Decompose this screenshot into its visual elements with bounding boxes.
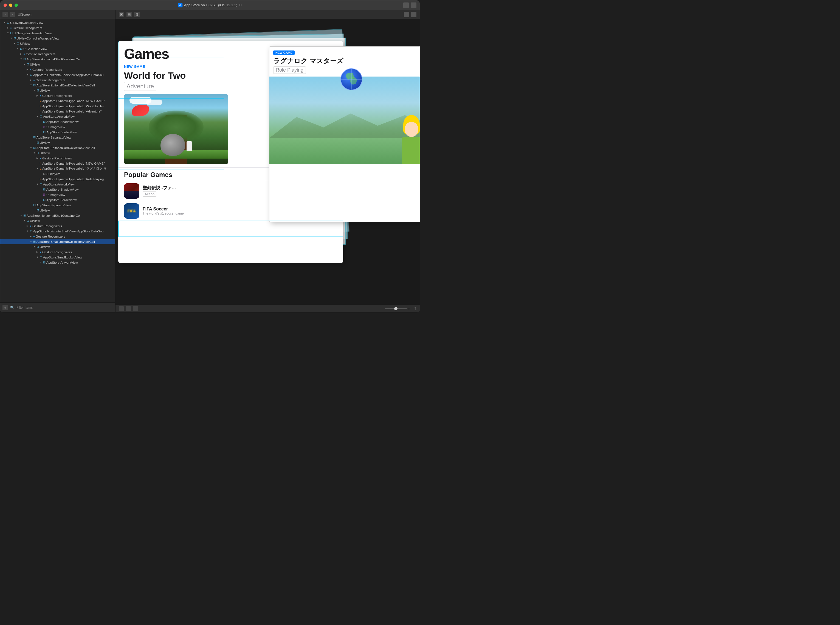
filter-input[interactable]	[17, 306, 113, 309]
tree-item-17[interactable]: ▶ L AppStore.DynamicTypeLabel: "World fo…	[0, 103, 115, 109]
tree-item-6[interactable]: ▼ ⊡ UICollectionView	[0, 46, 115, 51]
tree-item-12[interactable]: ▶ ● Gesture Recognizers	[0, 78, 115, 82]
tree-item-25[interactable]: ▼ ⊡ AppStore.EditorialCardCollectionView…	[0, 145, 115, 150]
export-icon[interactable]: ⤵	[415, 306, 416, 311]
sidebar-tree[interactable]: ▼ ⊡ UILayoutContainerView ▶ ● Gesture Re…	[0, 19, 115, 302]
tree-item-40[interactable]: ▶ ● Gesture Recognizers	[0, 223, 115, 229]
tree-item-33[interactable]: ▶ ⊡ AppStore.ShadowView	[0, 187, 115, 192]
tree-item-31[interactable]: ▶ L AppStore.DynamicTypeLabel: "Role Pla…	[0, 176, 115, 182]
tree-label: UIImageView	[47, 125, 65, 129]
tree-label: UICollectionView	[23, 47, 47, 50]
tree-item-30[interactable]: ▶ ⊡ Sublayers	[0, 171, 115, 176]
tree-item-21[interactable]: ▶ ☑ UIImageView	[0, 124, 115, 129]
tree-item-19[interactable]: ▼ ⊡ AppStore.ArtworkView	[0, 114, 115, 119]
tree-item-5[interactable]: ▼ ⊡ UIView	[0, 41, 115, 46]
tree-item-35[interactable]: ▶ ⊡ AppStore.BorderView	[0, 197, 115, 202]
tree-label: AppStore.BorderView	[47, 198, 76, 202]
titlebar: A App Store on HG-SE (iOS 12.1.1) ↻	[0, 0, 420, 10]
panel-toggle-1[interactable]	[404, 12, 409, 17]
zoom-minus-icon[interactable]: −	[382, 306, 384, 311]
tree-item-1[interactable]: ▼ ⊡ UILayoutContainerView	[0, 20, 115, 25]
tree-item-7[interactable]: ▶ ● Gesture Recognizers	[0, 51, 115, 56]
tree-item-27[interactable]: ▶ ● Gesture Recognizers	[0, 155, 115, 161]
tree-item-16[interactable]: ▶ L AppStore.DynamicTypeLabel: "NEW GAME…	[0, 98, 115, 103]
window-title: App Store on HG-SE (iOS 12.1.1)	[184, 3, 237, 7]
tree-item-45[interactable]: ▶ ● Gesture Recognizers	[0, 249, 115, 255]
tree-label: AppStore.ArtworkView	[43, 183, 75, 186]
maximize-button[interactable]	[14, 3, 18, 7]
tree-label: UINavigationTransitionView	[14, 31, 52, 35]
tree-item-22[interactable]: ▶ ⊡ AppStore.BorderView	[0, 129, 115, 135]
panel-right-button[interactable]	[411, 3, 416, 8]
tree-item-14[interactable]: ▼ ⊡ UIView	[0, 88, 115, 93]
tree-label: Sublayers	[47, 172, 61, 176]
tree-label: AppStore.BorderView	[47, 131, 76, 134]
tree-label: UIView	[40, 209, 50, 212]
add-button[interactable]: +	[3, 305, 8, 310]
status-icon-1[interactable]	[119, 306, 124, 311]
tree-item-18[interactable]: ▶ L AppStore.DynamicTypeLabel: "Adventur…	[0, 109, 115, 114]
tree-item-39[interactable]: ▼ ⊡ UIView	[0, 218, 115, 223]
tree-item-43-selected[interactable]: ▼ ⊡ AppStore.SmallLookupCollectionViewCe…	[0, 239, 115, 244]
filter-icon: 🔍	[10, 306, 14, 309]
zoom-slider[interactable]	[385, 308, 407, 309]
tree-item-4[interactable]: ▼ ⊡ UIViewControllerWrapperView	[0, 36, 115, 41]
tree-item-8[interactable]: ▼ ⊡ AppStore.HorizontalShelfContainerCel…	[0, 56, 115, 62]
panel-left-button[interactable]	[403, 3, 409, 8]
tree-item-37[interactable]: ▶ ⊡ UIView	[0, 208, 115, 213]
tree-label: AppStore.ShadowView	[47, 188, 78, 191]
tree-item-46[interactable]: ▼ ⊡ AppStore.SmallLookupView	[0, 255, 115, 260]
tree-item-23[interactable]: ▼ ⊡ AppStore.SeparatorView	[0, 135, 115, 140]
tree-label: Gesture Recognizers	[42, 250, 72, 254]
tree-item-38[interactable]: ▼ ⊡ AppStore.HorizontalShelfContainerCel…	[0, 213, 115, 218]
tree-item-44[interactable]: ▼ ⊡ UIView	[0, 244, 115, 249]
tree-item-11[interactable]: ▼ ⊡ AppStore.HorizontalShelfView<AppStor…	[0, 72, 115, 78]
tree-item-41[interactable]: ▼ ⊡ AppStore.HorizontalShelfView<AppStor…	[0, 229, 115, 234]
game1-image	[124, 94, 228, 164]
panel-toggle-2[interactable]	[411, 12, 416, 17]
tree-label: UIView	[40, 245, 50, 249]
forward-button[interactable]: ›	[9, 12, 15, 17]
tree-label: UIImageView	[47, 193, 65, 196]
tree-label: UIView	[20, 42, 30, 45]
tree-label: AppStore.DynamicTypeLabel: "NEW GAME"	[42, 100, 104, 103]
status-icon-3[interactable]	[133, 306, 138, 311]
tree-label: AppStore.DynamicTypeLabel: "Adventure"	[42, 110, 101, 113]
tree-item-15[interactable]: ▶ ● Gesture Recognizers	[0, 93, 115, 98]
grid-btn-1[interactable]: ▣	[119, 12, 124, 17]
tree-item-3[interactable]: ▼ ⊡ UINavigationTransitionView	[0, 30, 115, 36]
tree-label: Gesture Recognizers	[12, 26, 42, 30]
game2-badge: NEW GAME	[273, 50, 295, 55]
tree-label: AppStore.HorizontalShelfContainerCell	[26, 214, 81, 217]
status-bar: − + ⤵	[115, 305, 420, 312]
game2-image	[269, 76, 420, 164]
tree-item-32[interactable]: ▼ ⊡ AppStore.ArtworkView	[0, 182, 115, 187]
zoom-plus-icon[interactable]: +	[408, 306, 410, 311]
tree-item-36[interactable]: ▶ ⊡ AppStore.SeparatorView	[0, 202, 115, 208]
tree-label: Gesture Recognizers	[36, 78, 65, 82]
tree-item-29[interactable]: ▼ L AppStore.DynamicTypeLabel: "ラグナロク マ	[0, 166, 115, 171]
tree-item-13[interactable]: ▼ ⊡ AppStore.EditorialCardCollectionView…	[0, 82, 115, 88]
tree-item-34[interactable]: ▶ ☑ UIImageView	[0, 192, 115, 197]
tree-item-24[interactable]: ▶ ⊡ UIView	[0, 140, 115, 145]
tree-label: AppStore.DynamicTypeLabel: "World for Tw	[42, 104, 104, 108]
tree-item-26[interactable]: ▼ ⊡ UIView	[0, 150, 115, 155]
grid-btn-3[interactable]: ▥	[134, 12, 140, 17]
status-icon-2[interactable]	[126, 306, 131, 311]
refresh-icon[interactable]: ↻	[239, 3, 242, 7]
tree-item-28[interactable]: ▶ L AppStore.DynamicTypeLabel: "NEW GAME…	[0, 161, 115, 166]
tree-item-42[interactable]: ▶ ● Gesture Recognizers	[0, 234, 115, 239]
tree-item-47[interactable]: ▼ ⊡ AppStore.ArtworkView	[0, 260, 115, 265]
tree-label: UIView	[40, 151, 50, 155]
grid-btn-2[interactable]: ▤	[126, 12, 132, 17]
close-button[interactable]	[3, 3, 7, 7]
tree-label: AppStore.DynamicTypeLabel: "ラグナロク マ	[42, 166, 107, 171]
tree-item-10[interactable]: ▶ ● Gesture Recognizers	[0, 67, 115, 72]
tree-item-2[interactable]: ▶ ● Gesture Recognizers	[0, 25, 115, 30]
tree-item-20[interactable]: ▶ ⊡ AppStore.ShadowView	[0, 119, 115, 124]
tree-label: AppStore.EditorialCardCollectionViewCell	[36, 84, 95, 87]
minimize-button[interactable]	[9, 3, 12, 7]
game2-icon: FIFA	[124, 203, 139, 219]
back-button[interactable]: ‹	[3, 12, 8, 17]
tree-item-9[interactable]: ▼ ⊡ UIView	[0, 62, 115, 67]
